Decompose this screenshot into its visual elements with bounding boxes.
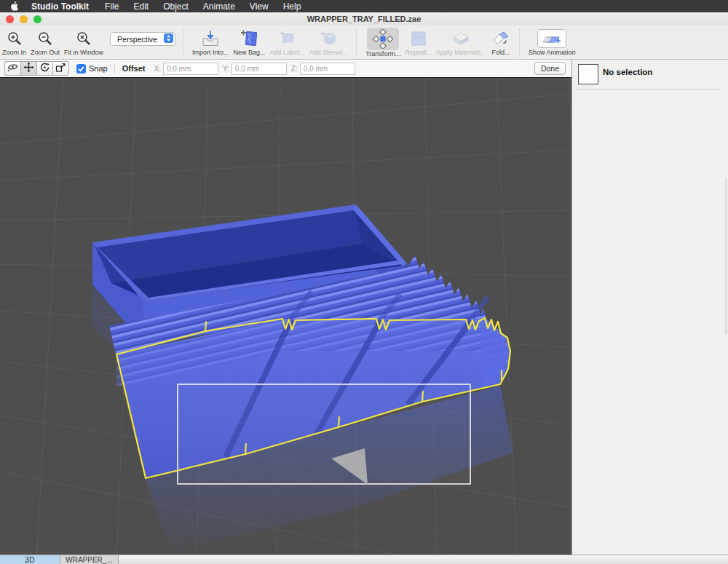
done-button[interactable]: Done [534,62,566,75]
bottom-tab-bar: 3D WRAPPER_... [0,555,728,564]
scale-tool-button[interactable] [52,61,69,76]
perspective-select[interactable]: Perspective [110,32,175,46]
no-selection-label: No selection [603,68,652,76]
show-animation-icon [537,29,566,48]
tool-options-bar: Snap Offset X: Y: Z: Done [0,60,571,78]
fit-in-window-icon [76,28,92,49]
move-tool-button[interactable] [20,61,36,76]
fold-button[interactable]: Fold... [491,28,511,56]
menu-item-file[interactable]: File [105,1,119,12]
offset-z-label: Z: [291,65,298,73]
transform-mode-segmented-control [4,61,69,76]
fold-icon [491,28,511,49]
add-sleeve-button[interactable]: Add Sleeve... [309,28,349,56]
panel-divider [577,89,721,90]
repeat-button[interactable]: Repeat... [405,28,432,56]
new-bag-icon [240,28,260,49]
rotate-tool-icon [39,62,51,76]
move-tool-icon [23,62,35,76]
marquee-selection-box[interactable] [178,384,470,484]
toolbar-separator [356,28,357,57]
add-label-icon [277,28,298,49]
zoom-out-icon [37,28,53,49]
orbit-tool-icon [7,62,19,76]
tab-3d[interactable]: 3D [0,555,60,564]
new-bag-button[interactable]: New Bag... [234,28,266,56]
tab-wrapper[interactable]: WRAPPER_... [60,555,119,564]
zoom-in-icon [7,28,23,49]
rotate-tool-button[interactable] [36,61,52,76]
title-bar: WRAPPER_TRAY_FILLED.zae [0,12,728,26]
menu-item-view[interactable]: View [250,1,269,12]
repeat-icon [410,28,427,49]
offset-y-label: Y: [223,65,229,73]
no-selection-swatch [578,64,598,84]
menu-item-edit[interactable]: Edit [133,1,149,12]
transform-icon [367,28,399,50]
import-into-button[interactable]: Import Into... [192,28,229,56]
3d-viewport[interactable] [0,78,571,555]
inspector-panel: No selection [571,60,728,555]
offset-z-field[interactable] [300,63,355,75]
chevron-updown-icon [164,33,173,46]
menu-item-object[interactable]: Object [163,1,189,12]
menu-item-animate[interactable]: Animate [203,1,235,12]
menu-item-help[interactable]: Help [283,1,301,12]
toolbar-separator [183,28,184,57]
options-separator [114,63,116,74]
import-into-icon [200,28,221,49]
offset-x-label: X: [154,65,160,73]
add-label-button[interactable]: Add Label... [270,28,305,56]
offset-y-field[interactable] [232,63,287,75]
window-title: WRAPPER_TRAY_FILLED.zae [0,15,728,23]
offset-x-field[interactable] [163,63,218,75]
transform-button[interactable]: Transform... [365,28,400,57]
panel-scrollbar[interactable] [725,178,727,335]
snap-checkbox[interactable]: Snap [76,64,108,74]
menu-bar: Studio Toolkit File Edit Object Animate … [0,0,728,12]
main-toolbar: Zoom In Zoom Out Fit in Window Perspecti… [0,25,728,60]
scale-tool-icon [55,62,67,76]
orbit-tool-button[interactable] [4,61,20,76]
apply-materials-icon [451,28,471,49]
checkbox-checked-icon [76,64,86,74]
apply-materials-button[interactable]: Apply Materials... [436,28,486,56]
zoom-in-button[interactable]: Zoom In [2,28,26,56]
add-sleeve-icon [318,28,339,49]
fit-in-window-button[interactable]: Fit in Window [64,28,103,56]
menu-app-name[interactable]: Studio Toolkit [31,1,89,12]
toolbar-separator [519,28,521,57]
offset-label: Offset [122,64,146,73]
perspective-select-value: Perspective [117,35,159,44]
zoom-out-button[interactable]: Zoom Out [31,28,60,56]
apple-icon[interactable] [10,1,18,11]
show-animation-button[interactable]: Show Animation [529,28,576,56]
